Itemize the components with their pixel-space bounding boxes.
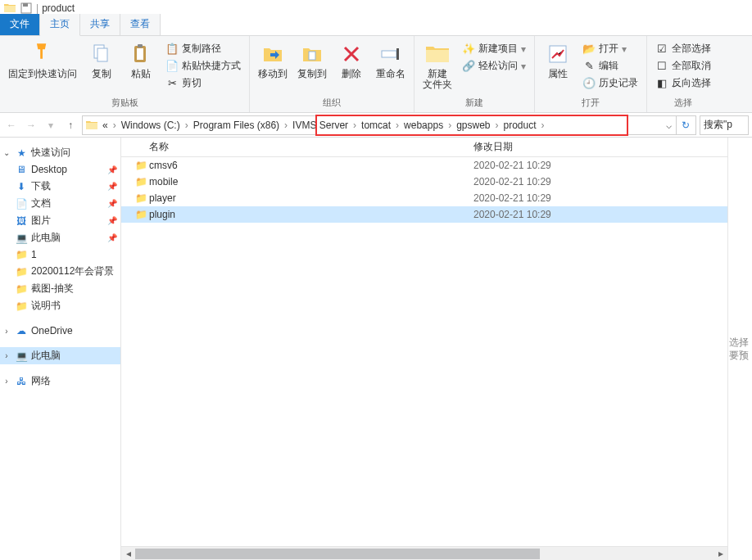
search-input[interactable]: 搜索"p: [700, 115, 749, 135]
list-item[interactable]: 📁plugin2020-02-21 10:29: [121, 206, 727, 223]
scroll-left-button[interactable]: ◂: [121, 547, 135, 560]
list-item[interactable]: 📁mobile2020-02-21 10:29: [121, 174, 727, 190]
separator: |: [36, 2, 39, 14]
pin-quickaccess-button[interactable]: 固定到快速访问: [5, 39, 80, 81]
easy-access-button[interactable]: 🔗轻松访问 ▾: [459, 58, 529, 74]
nav-pane[interactable]: ⌄ ★ 快速访问 🖥Desktop📌 ⬇下载📌 📄文档📌 🖼图片📌 💻此电脑📌 …: [0, 138, 121, 560]
scroll-right-button[interactable]: ▸: [713, 547, 727, 560]
col-modified[interactable]: 修改日期: [473, 140, 513, 154]
label: 历史记录: [599, 76, 638, 90]
new-item-button[interactable]: ✨新建项目 ▾: [459, 41, 529, 56]
tab-home[interactable]: 主页: [40, 14, 80, 36]
refresh-button[interactable]: ↻: [676, 116, 694, 134]
sidebar-quick-access[interactable]: ⌄ ★ 快速访问: [0, 144, 120, 161]
scroll-track[interactable]: [135, 547, 713, 560]
rows[interactable]: 📁cmsv62020-02-21 10:29 📁mobile2020-02-21…: [121, 157, 727, 546]
crumb[interactable]: Windows (C:): [118, 120, 183, 131]
file-date: 2020-02-21 10:29: [473, 209, 551, 220]
list-item[interactable]: 📁cmsv62020-02-21 10:29: [121, 157, 727, 174]
group-label: 打开: [540, 97, 641, 111]
open-button[interactable]: 📂打开 ▾: [579, 41, 641, 56]
tab-view[interactable]: 查看: [120, 14, 161, 35]
chevron-down-icon: ▾: [521, 43, 526, 55]
sidebar-item-documents[interactable]: 📄文档📌: [0, 195, 120, 212]
column-headers[interactable]: 名称 修改日期: [121, 138, 727, 157]
list-item[interactable]: 📁player2020-02-21 10:29: [121, 190, 727, 206]
tab-file[interactable]: 文件: [0, 14, 40, 35]
nav-recent-button[interactable]: ▾: [43, 117, 59, 133]
tab-share[interactable]: 共享: [80, 14, 120, 35]
sidebar-item-pictures[interactable]: 🖼图片📌: [0, 212, 120, 229]
label: 移动到: [258, 69, 288, 79]
label: 编辑: [599, 59, 618, 73]
copy-path-button[interactable]: 📋复制路径: [162, 41, 244, 56]
sidebar-item-desktop[interactable]: 🖥Desktop📌: [0, 161, 120, 178]
sidebar-onedrive[interactable]: ›☁OneDrive: [0, 323, 120, 339]
copy-to-button[interactable]: 复制到: [294, 39, 330, 81]
crumb[interactable]: Program Files (x86): [190, 120, 283, 131]
crumb[interactable]: IVMS Server: [289, 120, 351, 131]
chevron-right-icon[interactable]: ›: [351, 120, 358, 131]
move-to-button[interactable]: 移动到: [255, 39, 291, 81]
address-bar[interactable]: «› Windows (C:)› Program Files (x86)› IV…: [82, 115, 696, 135]
scroll-thumb[interactable]: [135, 549, 540, 559]
sidebar-item-thispc[interactable]: 💻此电脑📌: [0, 229, 120, 246]
cloud-icon: ☁: [15, 324, 28, 337]
rename-button[interactable]: 重命名: [373, 39, 409, 81]
pictures-icon: 🖼: [15, 215, 28, 228]
copy-button[interactable]: 复制: [84, 39, 120, 81]
paste-shortcut-button[interactable]: 📄粘贴快捷方式: [162, 58, 244, 74]
sidebar-network[interactable]: ›🖧网络: [0, 373, 120, 390]
main: ⌄ ★ 快速访问 🖥Desktop📌 ⬇下载📌 📄文档📌 🖼图片📌 💻此电脑📌 …: [0, 138, 752, 560]
chevron-right-icon[interactable]: ›: [540, 120, 546, 131]
svg-rect-9: [396, 48, 399, 60]
chevron-right-icon[interactable]: ›: [283, 120, 289, 131]
nav-forward-button[interactable]: →: [23, 117, 39, 133]
documents-icon: 📄: [15, 197, 28, 210]
history-button[interactable]: 🕘历史记录: [579, 75, 641, 91]
horizontal-scrollbar[interactable]: ◂ ▸: [121, 546, 727, 560]
nav-up-button[interactable]: ↑: [62, 117, 79, 133]
sidebar-item-folder[interactable]: 📁截图-抽奖: [0, 280, 120, 297]
address-row: ← → ▾ ↑ «› Windows (C:)› Program Files (…: [0, 113, 752, 138]
chevron-right-icon[interactable]: ›: [394, 120, 401, 131]
crumb[interactable]: gpsweb: [453, 120, 493, 131]
cut-icon: ✂: [165, 77, 179, 90]
file-date: 2020-02-21 10:29: [473, 192, 551, 204]
paste-button[interactable]: 粘贴: [123, 39, 159, 81]
address-dropdown-button[interactable]: ⌵: [661, 120, 676, 131]
cut-button[interactable]: ✂剪切: [162, 75, 244, 91]
chevron-right-icon[interactable]: ›: [446, 120, 453, 131]
label: 快速访问: [31, 146, 117, 160]
crumb[interactable]: webapps: [401, 120, 446, 131]
folder-icon: [84, 120, 99, 130]
chevron-right-icon[interactable]: ›: [494, 120, 501, 131]
sidebar-item-downloads[interactable]: ⬇下载📌: [0, 178, 120, 195]
properties-button[interactable]: 属性: [540, 39, 576, 81]
group-label: 选择: [652, 97, 714, 111]
sidebar-item-folder[interactable]: 📁说明书: [0, 297, 120, 314]
select-none-button[interactable]: ☐全部取消: [652, 58, 714, 74]
sidebar-item-folder[interactable]: 📁20200112年会背景: [0, 263, 120, 280]
pin-icon: [29, 41, 56, 67]
save-icon[interactable]: [20, 2, 33, 15]
nav-back-button[interactable]: ←: [3, 117, 20, 133]
svg-rect-5: [137, 48, 143, 60]
svg-rect-6: [138, 44, 143, 47]
invert-select-button[interactable]: ◧反向选择: [652, 75, 714, 91]
sidebar-thispc[interactable]: ›💻此电脑: [0, 347, 120, 364]
crumb-overflow[interactable]: «: [99, 120, 111, 131]
chevron-right-icon: ›: [2, 351, 11, 360]
edit-button[interactable]: ✎编辑: [579, 58, 641, 74]
chevron-right-icon[interactable]: ›: [111, 120, 118, 131]
chevron-right-icon[interactable]: ›: [183, 120, 190, 131]
col-name[interactable]: 名称: [149, 140, 473, 154]
new-folder-button[interactable]: 新建 文件夹: [419, 39, 455, 92]
folder-icon: 📁: [15, 282, 28, 296]
delete-button[interactable]: 删除: [333, 39, 369, 81]
crumb[interactable]: product: [501, 120, 540, 131]
crumb[interactable]: tomcat: [358, 120, 394, 131]
select-all-button[interactable]: ☑全部选择: [652, 41, 714, 56]
sidebar-item-folder[interactable]: 📁1: [0, 246, 120, 263]
label: 复制: [92, 69, 111, 79]
